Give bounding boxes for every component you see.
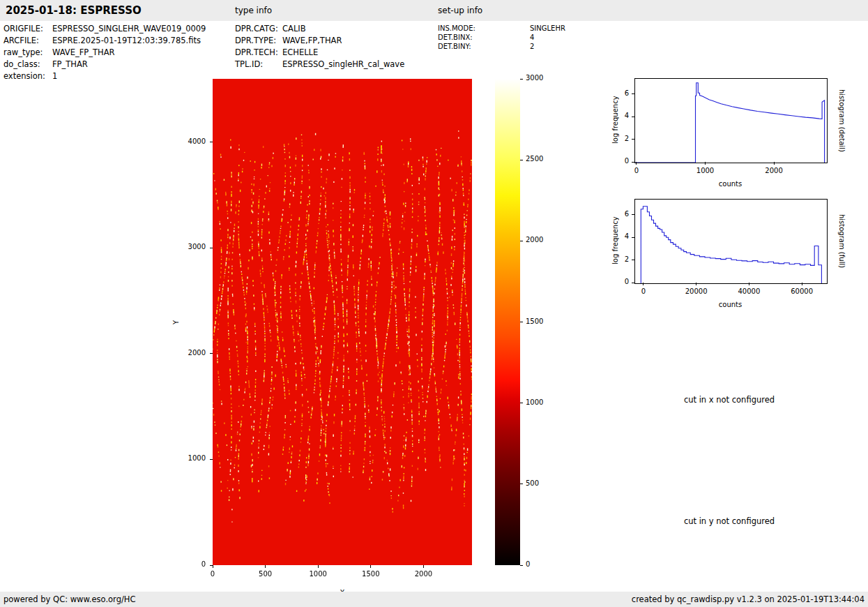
info-row: INS.MODE:SINGLEHR xyxy=(438,24,565,33)
tick-label: 4000 xyxy=(178,137,206,145)
tick-mark xyxy=(210,565,213,566)
tick-mark xyxy=(643,283,644,285)
tick-mark xyxy=(520,322,523,322)
tick-mark xyxy=(265,565,266,568)
info-value: ESPRESSO_SINGLEHR_WAVE019_0009 xyxy=(52,24,206,33)
tick-label: 3000 xyxy=(178,243,206,250)
tick-mark xyxy=(749,283,749,285)
info-label: ORIGFILE: xyxy=(3,23,52,35)
tick-label: 1000 xyxy=(688,167,723,174)
histogram-line xyxy=(635,83,825,163)
tick-label: 1000 xyxy=(526,398,543,406)
tick-mark xyxy=(632,139,634,140)
tick-label: 2 xyxy=(616,255,629,263)
tick-mark xyxy=(696,283,696,285)
histogram-full: log frequency histogram (full) counts 02… xyxy=(634,199,826,283)
info-label: do_class: xyxy=(3,59,52,70)
histogram-full-side-label: histogram (full) xyxy=(837,199,846,284)
info-row: TPL.ID:ESPRESSO_singleHR_cal_wave xyxy=(235,59,404,70)
info-value: CALIB xyxy=(282,24,306,33)
info-value: ESPRESSO_singleHR_cal_wave xyxy=(282,59,404,69)
tick-mark xyxy=(632,214,634,215)
info-row: DPR.TYPE:WAVE,FP,THAR xyxy=(235,35,404,47)
tick-mark xyxy=(520,79,523,80)
tick-mark xyxy=(632,117,634,117)
tick-label: 4 xyxy=(616,112,629,119)
tick-label: 500 xyxy=(252,570,280,578)
tick-mark xyxy=(210,142,213,142)
tick-label: 0 xyxy=(526,560,530,568)
tick-label: 0 xyxy=(616,157,629,165)
info-row: DET.BINY:2 xyxy=(438,42,565,51)
info-row: DPR.CATG:CALIB xyxy=(235,23,404,35)
info-value: FP_THAR xyxy=(52,59,88,69)
main-plot-ylabel: Y xyxy=(171,79,181,565)
tick-mark xyxy=(213,565,213,568)
tick-label: 2000 xyxy=(409,570,437,578)
tick-mark xyxy=(632,283,634,283)
colorbar: 050010001500200025003000 xyxy=(495,79,520,565)
info-value: ESPRE.2025-01-19T12:03:39.785.fits xyxy=(52,36,201,45)
tick-mark xyxy=(632,237,634,238)
tick-mark xyxy=(705,162,706,165)
tick-label: 2000 xyxy=(178,349,206,357)
raw-image-plot: Y X 050010001500200001000200030004000 xyxy=(213,79,472,565)
tick-label: 20000 xyxy=(679,287,714,295)
setup-info-block: INS.MODE:SINGLEHR DET.BINX:4 DET.BINY:2 xyxy=(438,24,565,51)
footer-right-text: created by qc_rawdisp.py v1.2.3 on 2025-… xyxy=(632,592,865,607)
tick-mark xyxy=(632,93,634,94)
tick-label: 2000 xyxy=(756,167,791,174)
tick-mark xyxy=(210,459,213,460)
tick-label: 500 xyxy=(526,479,539,487)
cut-in-x-note: cut in x not configured xyxy=(684,395,775,405)
info-value: WAVE_FP_THAR xyxy=(52,47,115,57)
tick-label: 2000 xyxy=(526,236,543,243)
tick-mark xyxy=(520,565,523,566)
info-value: ECHELLE xyxy=(282,47,318,57)
info-row: DET.BINX:4 xyxy=(438,33,565,42)
footer-left-text: powered by QC: www.eso.org/HC xyxy=(3,592,135,607)
tick-mark xyxy=(520,484,523,484)
tick-mark xyxy=(520,403,523,403)
tick-label: 0 xyxy=(616,278,629,285)
info-label: INS.MODE: xyxy=(438,24,530,33)
info-label: DPR.CATG: xyxy=(235,23,282,35)
info-row: do_class:FP_THAR xyxy=(3,59,206,70)
page-title: 2025-01-18: ESPRESSO xyxy=(6,0,142,21)
header-bar: 2025-01-18: ESPRESSO type info set-up in… xyxy=(0,0,868,21)
tick-label: 2 xyxy=(616,135,629,142)
tick-label: 60000 xyxy=(784,287,819,295)
raw-image-canvas xyxy=(213,79,472,565)
tick-label: 0 xyxy=(178,560,206,568)
tick-mark xyxy=(210,248,213,248)
info-value: WAVE,FP,THAR xyxy=(282,36,342,45)
info-label: ARCFILE: xyxy=(3,35,52,47)
tick-label: 0 xyxy=(619,167,654,174)
tick-label: 6 xyxy=(616,89,629,97)
info-label: DET.BINX: xyxy=(438,33,530,42)
histogram-detail-plot xyxy=(634,78,828,163)
tick-label: 2500 xyxy=(526,155,543,163)
info-value: 4 xyxy=(530,33,534,41)
tick-mark xyxy=(774,162,775,165)
tick-label: 1500 xyxy=(357,570,385,578)
histogram-full-xlabel: counts xyxy=(634,301,826,308)
type-info-block: DPR.CATG:CALIB DPR.TYPE:WAVE,FP,THAR DPR… xyxy=(235,23,404,70)
info-value: 2 xyxy=(530,43,534,50)
tick-mark xyxy=(802,283,802,285)
tick-mark xyxy=(318,565,319,568)
tick-label: 1500 xyxy=(526,317,543,325)
info-label: DPR.TYPE: xyxy=(235,35,282,47)
tick-label: 6 xyxy=(616,210,629,218)
tick-mark xyxy=(632,162,634,163)
footer-bar: powered by QC: www.eso.org/HC created by… xyxy=(0,592,868,607)
cut-in-y-note: cut in y not configured xyxy=(684,516,775,526)
info-label: DPR.TECH: xyxy=(235,47,282,59)
histogram-detail-side-label: histogram (detail) xyxy=(837,78,846,163)
file-info-block: ORIGFILE:ESPRESSO_SINGLEHR_WAVE019_0009 … xyxy=(3,23,206,82)
tick-mark xyxy=(520,160,523,160)
tick-mark xyxy=(632,260,634,260)
histogram-detail-xlabel: counts xyxy=(634,180,826,188)
tick-label: 1000 xyxy=(178,454,206,462)
info-label: TPL.ID: xyxy=(235,59,282,70)
